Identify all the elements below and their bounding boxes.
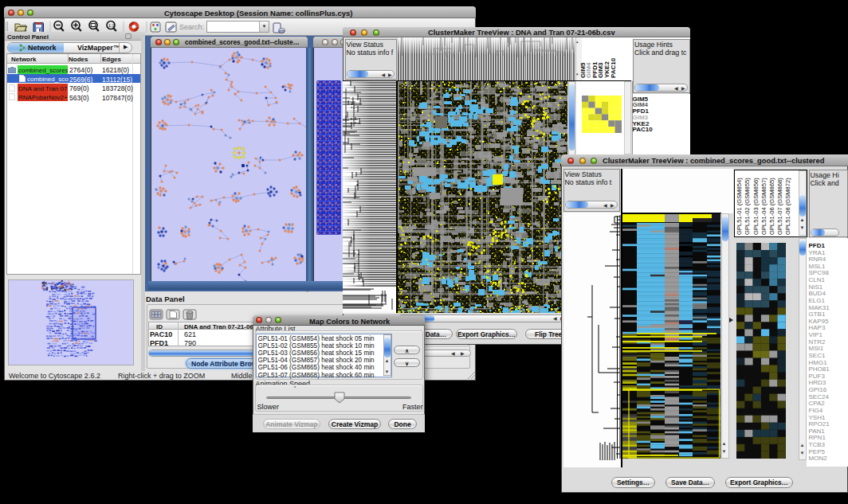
svg-text:1:1: 1:1 [108,23,115,28]
